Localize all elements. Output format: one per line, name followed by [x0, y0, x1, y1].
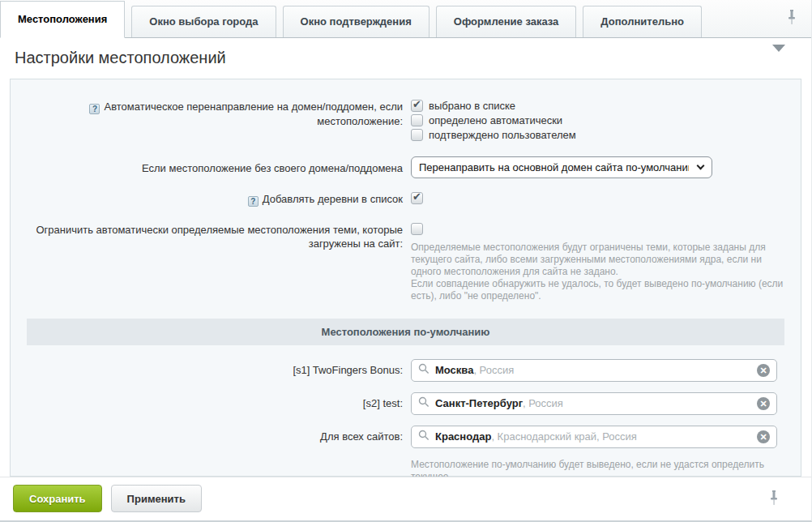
- tab-locations[interactable]: Местоположения: [0, 1, 125, 38]
- settings-window: Местоположения Окно выбора города Окно п…: [0, 0, 812, 522]
- location-value-region: , Россия: [473, 364, 514, 376]
- option-label: подтверждено пользователем: [429, 129, 576, 141]
- no-domain-label: Если местоположение без своего домена/по…: [27, 156, 403, 178]
- default-location-row: Для всех сайтов: Краснодар , Краснодарск…: [27, 426, 784, 448]
- row-restrict-locations: Ограничить автоматически определяемые ме…: [27, 223, 784, 302]
- search-icon: [418, 396, 430, 411]
- location-value-city: Краснодар: [435, 430, 491, 443]
- pin-icon: [787, 15, 797, 28]
- checkbox-restrict-locations[interactable]: [411, 223, 423, 235]
- auto-redirect-label: ?Автоматическое перенаправление на домен…: [27, 100, 403, 143]
- location-search-input-s2[interactable]: Санкт-Петербург , Россия ✕: [411, 392, 777, 415]
- settings-panel: ?Автоматическое перенаправление на домен…: [10, 79, 801, 477]
- apply-button[interactable]: Применить: [111, 485, 202, 512]
- pin-button-top[interactable]: [785, 7, 798, 29]
- tab-confirm-window[interactable]: Окно подтверждения: [283, 6, 430, 37]
- help-icon[interactable]: ?: [248, 196, 259, 207]
- option-selected-in-list: выбрано в списке: [411, 100, 784, 112]
- restrict-note-line: Если совпадение обнаружить не удалось, т…: [411, 278, 784, 302]
- page-title: Настройки местоположений: [15, 49, 226, 67]
- help-icon[interactable]: ?: [89, 104, 100, 114]
- clear-icon[interactable]: ✕: [757, 430, 770, 443]
- all-sites-label: Для всех сайтов:: [27, 430, 403, 443]
- defaults-section-header: Местоположения по-умолчанию: [27, 319, 784, 345]
- tab-city-select-window[interactable]: Окно выбора города: [131, 6, 276, 37]
- option-confirmed-by-user: подтверждено пользователем: [411, 129, 784, 141]
- default-location-row: [s2] test: Санкт-Петербург , Россия ✕: [27, 392, 784, 415]
- location-value-city: Санкт-Петербург: [435, 397, 523, 409]
- pin-icon: [769, 496, 779, 508]
- restrict-note: Определяемые местоположения будут ограни…: [411, 242, 784, 302]
- restrict-note-line: Определяемые местоположения будут ограни…: [411, 242, 784, 278]
- footer-toolbar: Сохранить Применить: [0, 477, 811, 520]
- add-villages-label: ?Добавлять деревни в список: [27, 192, 403, 208]
- tab-bar: Местоположения Окно выбора города Окно п…: [0, 0, 811, 38]
- no-domain-select[interactable]: Перенаправить на основной домен сайта по…: [411, 156, 712, 178]
- location-search-input-s1[interactable]: Москва , Россия ✕: [411, 359, 777, 382]
- title-bar: Настройки местоположений: [0, 38, 811, 79]
- save-button[interactable]: Сохранить: [13, 485, 102, 512]
- clear-icon[interactable]: ✕: [757, 364, 770, 377]
- option-label: определено автоматически: [429, 114, 562, 126]
- search-icon: [418, 430, 430, 444]
- pin-button-bottom[interactable]: [767, 488, 780, 510]
- collapse-section-button[interactable]: [772, 52, 785, 64]
- checkbox-confirmed-by-user[interactable]: [411, 129, 423, 141]
- site-s1-label: [s1] TwoFingers Bonus:: [27, 363, 403, 377]
- option-label: выбрано в списке: [429, 100, 515, 112]
- default-location-row: [s1] TwoFingers Bonus: Москва , Россия ✕: [27, 359, 784, 382]
- tab-additional[interactable]: Дополнительно: [583, 6, 702, 37]
- chevron-down-icon: [772, 45, 785, 64]
- auto-redirect-options: выбрано в списке определено автоматическ…: [411, 100, 784, 143]
- location-value-city: Москва: [435, 364, 473, 376]
- location-search-input-all-sites[interactable]: Краснодар , Краснодарский край, Россия ✕: [411, 426, 777, 448]
- search-icon: [418, 363, 430, 378]
- checkbox-add-villages[interactable]: [411, 192, 423, 204]
- page-content: Настройки местоположений ?Автоматическое…: [0, 38, 811, 477]
- site-s2-label: [s2] test:: [27, 396, 403, 410]
- restrict-locations-label: Ограничить автоматически определяемые ме…: [27, 223, 403, 302]
- row-no-domain: Если местоположение без своего домена/по…: [27, 156, 784, 178]
- row-add-villages: ?Добавлять деревни в список: [27, 192, 784, 208]
- checkbox-selected-in-list[interactable]: [411, 100, 423, 112]
- option-detected-automatically: определено автоматически: [411, 114, 784, 126]
- location-value-region: , Краснодарский край, Россия: [491, 430, 637, 443]
- tab-checkout[interactable]: Оформление заказа: [436, 6, 577, 37]
- row-auto-redirect: ?Автоматическое перенаправление на домен…: [27, 100, 784, 143]
- location-value-region: , Россия: [523, 397, 563, 409]
- no-domain-select-wrap: Перенаправить на основной домен сайта по…: [411, 156, 712, 178]
- checkbox-detected-automatically[interactable]: [411, 114, 423, 126]
- clear-icon[interactable]: ✕: [757, 397, 770, 410]
